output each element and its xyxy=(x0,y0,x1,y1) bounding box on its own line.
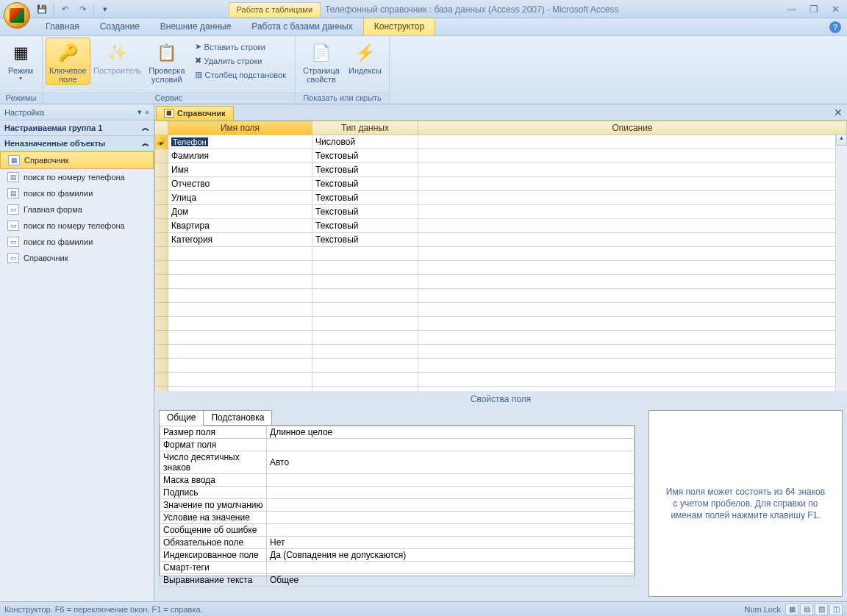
test-rules-button[interactable]: 📋 Проверка условий xyxy=(145,37,188,85)
description-cell[interactable] xyxy=(418,191,847,205)
nav-item[interactable]: ▤поиск по фамилии xyxy=(0,185,154,201)
data-type-cell[interactable] xyxy=(312,303,418,317)
qat-dropdown-icon[interactable]: ▾ xyxy=(99,2,112,15)
field-name-cell[interactable]: Фамилия xyxy=(168,149,312,163)
description-cell[interactable] xyxy=(418,163,847,177)
data-type-cell[interactable] xyxy=(312,261,418,275)
row-selector[interactable] xyxy=(155,275,168,289)
close-document-button[interactable]: ✕ xyxy=(834,107,843,118)
nav-item[interactable]: ▦Справочник xyxy=(0,151,154,169)
field-name-cell[interactable]: Квартира xyxy=(168,219,312,233)
property-value[interactable]: Авто xyxy=(267,451,635,474)
field-name-cell[interactable]: Отчество xyxy=(168,177,312,191)
tab-design[interactable]: Конструктор xyxy=(363,18,435,35)
property-value[interactable]: Да (Совпадения не допускаются) xyxy=(267,549,635,562)
data-type-cell[interactable] xyxy=(312,345,418,359)
data-type-cell[interactable] xyxy=(312,317,418,331)
data-type-cell[interactable] xyxy=(312,275,418,289)
data-type-cell[interactable]: Текстовый xyxy=(312,191,418,205)
description-cell[interactable] xyxy=(418,289,847,303)
office-button[interactable] xyxy=(4,2,30,29)
tab-database-tools[interactable]: Работа с базами данных xyxy=(241,18,362,35)
data-type-cell[interactable]: Текстовый xyxy=(312,177,418,191)
field-name-cell[interactable] xyxy=(168,387,312,392)
property-sheet-button[interactable]: 📄 Страница свойств xyxy=(299,37,344,85)
description-cell[interactable] xyxy=(418,303,847,317)
description-cell[interactable] xyxy=(418,219,847,233)
vertical-scrollbar[interactable]: ▲ xyxy=(835,134,847,391)
nav-item[interactable]: ▭поиск по номеру телефона xyxy=(0,218,154,234)
property-value[interactable]: Нет xyxy=(267,537,635,549)
field-name-cell[interactable] xyxy=(168,261,312,275)
lookup-column-button[interactable]: ▥Столбец подстановок xyxy=(192,68,289,81)
data-type-cell[interactable] xyxy=(312,247,418,261)
nav-collapse-icon[interactable]: « xyxy=(145,107,149,117)
property-value[interactable] xyxy=(267,562,635,574)
restore-button[interactable]: ❐ xyxy=(807,4,821,15)
data-type-cell[interactable]: Текстовый xyxy=(312,205,418,219)
field-name-cell[interactable] xyxy=(168,317,312,331)
data-type-cell[interactable] xyxy=(312,289,418,303)
nav-item[interactable]: ▤поиск по номеру телефона xyxy=(0,169,154,185)
data-type-cell[interactable] xyxy=(312,387,418,392)
select-all-corner[interactable] xyxy=(155,121,168,135)
row-selector[interactable] xyxy=(155,261,168,275)
view-pivottable-button[interactable]: ▧ xyxy=(815,604,828,615)
description-cell[interactable] xyxy=(418,317,847,331)
property-value[interactable]: Длинное целое xyxy=(267,426,635,439)
description-cell[interactable] xyxy=(418,331,847,345)
field-name-cell[interactable] xyxy=(168,247,312,261)
nav-group-custom[interactable]: Настраиваемая группа 1︽ xyxy=(0,121,154,136)
field-name-cell[interactable] xyxy=(168,331,312,345)
view-datasheet-button[interactable]: ▤ xyxy=(800,604,813,615)
row-selector[interactable] xyxy=(155,345,168,359)
property-value[interactable] xyxy=(267,499,635,512)
field-name-cell[interactable] xyxy=(168,345,312,359)
view-design-button[interactable]: ▦ xyxy=(785,604,798,615)
row-selector[interactable] xyxy=(155,247,168,261)
save-icon[interactable]: 💾 xyxy=(35,2,49,15)
row-selector[interactable] xyxy=(155,233,168,247)
description-cell[interactable] xyxy=(418,345,847,359)
data-type-cell[interactable]: Числовой xyxy=(312,135,418,149)
data-type-cell[interactable]: Текстовый xyxy=(312,219,418,233)
row-selector[interactable]: 🔑▶ xyxy=(155,135,168,149)
delete-rows-button[interactable]: ✖Удалить строки xyxy=(192,54,289,67)
row-selector[interactable] xyxy=(155,149,168,163)
property-value[interactable] xyxy=(267,439,635,451)
field-name-cell[interactable] xyxy=(168,303,312,317)
row-selector[interactable] xyxy=(155,191,168,205)
nav-item[interactable]: ▭Главная форма xyxy=(0,201,154,218)
props-tab-lookup[interactable]: Подстановка xyxy=(203,410,272,426)
row-selector[interactable] xyxy=(155,303,168,317)
nav-item[interactable]: ▭поиск по фамилии xyxy=(0,234,154,250)
row-selector[interactable] xyxy=(155,373,168,387)
indexes-button[interactable]: ⚡ Индексы xyxy=(344,37,386,76)
data-type-cell[interactable] xyxy=(312,331,418,345)
minimize-button[interactable]: — xyxy=(784,4,799,15)
insert-rows-button[interactable]: ➤Вставить строки xyxy=(192,40,289,53)
tab-create[interactable]: Создание xyxy=(90,18,150,35)
primary-key-button[interactable]: 🔑 Ключевое поле xyxy=(46,37,90,85)
nav-group-unassigned[interactable]: Неназначенные объекты︽ xyxy=(0,136,154,151)
property-value[interactable] xyxy=(267,524,635,537)
nav-pane-header[interactable]: Настройка ▾« xyxy=(0,104,154,121)
scroll-up-icon[interactable]: ▲ xyxy=(836,134,847,146)
property-value[interactable] xyxy=(267,474,635,487)
data-type-cell[interactable] xyxy=(312,359,418,373)
col-header-description[interactable]: Описание xyxy=(418,121,847,135)
data-type-cell[interactable]: Текстовый xyxy=(312,163,418,177)
row-selector[interactable] xyxy=(155,289,168,303)
nav-dropdown-icon[interactable]: ▾ xyxy=(137,107,142,117)
row-selector[interactable] xyxy=(155,331,168,345)
row-selector[interactable] xyxy=(155,177,168,191)
row-selector[interactable] xyxy=(155,317,168,331)
field-name-cell[interactable] xyxy=(168,373,312,387)
field-name-cell[interactable]: Телефон xyxy=(168,135,312,149)
row-selector[interactable] xyxy=(155,387,168,392)
tab-home[interactable]: Главная xyxy=(35,18,90,35)
description-cell[interactable] xyxy=(418,233,847,247)
description-cell[interactable] xyxy=(418,247,847,261)
redo-icon[interactable]: ↷ xyxy=(76,2,89,15)
row-selector[interactable] xyxy=(155,163,168,177)
